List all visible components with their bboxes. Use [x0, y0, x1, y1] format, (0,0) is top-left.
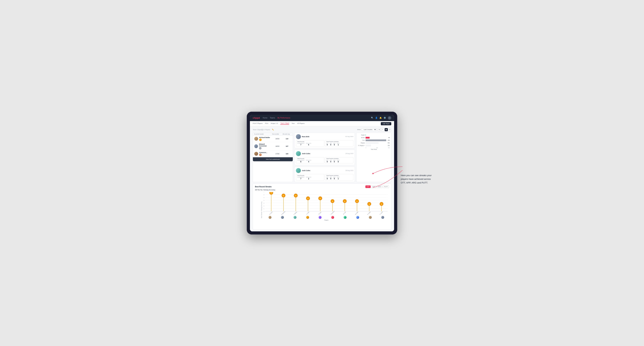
add-team-button[interactable]: Add Team: [381, 122, 391, 125]
bar-chart-row: Eagles: [358, 134, 390, 136]
bar-wrap: [366, 142, 386, 144]
y-axis-title: Best Streak, Fairway Accuracy: [261, 201, 262, 218]
leaderboard-header: PLAYER NAME PB SCORE PB AVG SQ: [253, 133, 293, 136]
practice-stat: Practice 6: [306, 143, 311, 146]
svg-text:7x: 7x: [271, 192, 272, 193]
player-avatar-4: [306, 216, 309, 219]
ott-value: 0: [327, 178, 328, 180]
bar-value: 131: [388, 145, 390, 146]
player-avatar-1: [268, 216, 272, 219]
player-info: Edward Crossman 2: [254, 143, 272, 149]
practice-activities-label: Total Practice Activities: [326, 158, 352, 159]
player-card-avatar: [296, 151, 301, 156]
tournament-value: 7: [300, 178, 301, 180]
tournament-value: 8: [300, 161, 301, 163]
bar-fill: [366, 142, 378, 144]
subnav-team-clippd[interactable]: Team Clippd: [280, 122, 289, 125]
pb-avg: 107: [282, 145, 292, 147]
filter-ott-btn[interactable]: OTT: [366, 185, 371, 188]
svg-text:6x: 6x: [283, 195, 284, 196]
nav-teams[interactable]: Teams: [270, 117, 275, 119]
svg-text:B. Ford: B. Ford: [343, 211, 346, 215]
arg-value: 0: [334, 144, 335, 146]
player-card-date: 26 Aug 2023: [346, 153, 353, 154]
player-card-name: Josh Coles: [302, 170, 310, 172]
subnav-all-players[interactable]: All Players: [297, 123, 305, 125]
svg-text:4x: 4x: [332, 201, 333, 202]
edit-icon[interactable]: ✏️: [272, 129, 274, 131]
svg-text:3x: 3x: [381, 204, 382, 205]
card-view-btn[interactable]: ▦: [385, 128, 388, 131]
pb-score: 19/20: [272, 138, 282, 140]
filter-arg-btn[interactable]: ARG: [377, 185, 382, 188]
date-filter-select[interactable]: Last 3 months: [362, 128, 376, 131]
svg-text:4x: 4x: [356, 201, 358, 202]
svg-text:E. Ebert: E. Ebert: [269, 211, 273, 215]
player-details: Richard Butler 1: [259, 137, 270, 141]
show-controls: Show Last 3 months ⊞ ≡ ▦ ⊟: [357, 128, 391, 131]
nav-home[interactable]: Home: [263, 117, 268, 119]
player-avatar: [254, 137, 258, 141]
bar-label: Birdies: [358, 137, 365, 138]
subnav-pga[interactable]: PGA: [265, 123, 268, 125]
user-avatar[interactable]: U: [388, 116, 391, 120]
player-card-header: Josh Coles 26 Aug 2023: [296, 168, 353, 173]
app-stat: APP 0: [330, 177, 332, 180]
settings-icon[interactable]: ⚙️: [384, 117, 386, 119]
leaderboard-row[interactable]: Cameron... 3 17/20 103: [253, 151, 293, 157]
filter-putt-btn[interactable]: PUTT: [383, 185, 389, 188]
streak-svg-chart: 0 1 2 3 4 5 6 7 7x E. Ebert: [264, 192, 389, 215]
filter-app-btn[interactable]: APP: [371, 185, 376, 188]
player-avatar-8: [356, 216, 359, 219]
subnav-pgat[interactable]: PGAT Players: [253, 123, 262, 125]
player-info: Cameron... 3: [254, 152, 272, 156]
app-value: 0: [330, 178, 331, 180]
bar-chart-row: Bogeys311: [358, 142, 390, 144]
putt-value: 0: [338, 161, 339, 163]
user-icon[interactable]: 👤: [375, 117, 378, 119]
putt-stat: PUTT 1: [337, 177, 340, 180]
view-leaderboard-button[interactable]: View Full Leaderboard: [253, 157, 293, 161]
player-card-name: Josh Coles: [302, 153, 310, 155]
annotation-text: Here you can see streaks your players ha…: [401, 174, 436, 184]
bell-icon[interactable]: 🔔: [380, 117, 382, 119]
svg-text:4: 4: [264, 200, 264, 201]
practice-activities-label: Total Practice Activities: [326, 141, 352, 142]
subnav-tour[interactable]: Tour: [292, 123, 295, 125]
subnav-hcaps[interactable]: Hcaps 1-5: [271, 123, 278, 125]
streaks-section: Best Round Streaks OTT APP ARG PUTT Off …: [253, 183, 391, 230]
app-stat: APP 0: [330, 160, 332, 163]
player-card-header: Josh Coles 26 Aug 2023: [296, 151, 353, 156]
arg-value: 0: [334, 161, 335, 163]
player-card-avatar: [296, 168, 301, 173]
tournament-stat: Tournament 7: [297, 177, 304, 180]
total-rounds-section: Total Rounds Tournament 8 Practice: [296, 157, 324, 164]
view-icons: ⊞ ≡ ▦ ⊟: [378, 128, 391, 131]
player-avatar: [254, 152, 258, 156]
bar-fill: [366, 137, 370, 139]
bar-value: 311: [388, 142, 390, 144]
practice-stat: Practice 4: [306, 160, 311, 163]
rounds-stats-row: Tournament 7 Practice 2: [297, 177, 323, 180]
rounds-stats-row: Tournament 7 Practice 6: [297, 143, 323, 146]
table-view-btn[interactable]: ⊟: [388, 128, 391, 131]
svg-text:1: 1: [264, 208, 264, 209]
team-header: Team Clippd | 14 Players ✏️ Show Last 3 …: [253, 128, 391, 131]
player-card: Josh Coles 26 Aug 2023 Total Rounds Tour…: [294, 150, 355, 165]
main-content: Team Clippd | 14 Players ✏️ Show Last 3 …: [250, 126, 394, 231]
practice-activities-section: Total Practice Activities OTT 0 APP: [325, 174, 353, 180]
player-info: Richard Butler 1: [254, 137, 272, 141]
search-icon[interactable]: 🔍: [371, 117, 374, 119]
leaderboard-row[interactable]: Richard Butler 1 19/20 110: [253, 136, 293, 142]
leaderboard-row[interactable]: Edward Crossman 2 18/20 107: [253, 142, 293, 151]
player-card-avatar: [296, 134, 301, 139]
player-avatar-7: [344, 216, 347, 219]
list-view-btn[interactable]: ≡: [381, 128, 384, 131]
svg-text:R. Britt: R. Britt: [318, 211, 322, 214]
grid-view-btn[interactable]: ⊞: [378, 128, 381, 131]
total-rounds-section: Total Rounds Tournament 7 Practice: [296, 174, 324, 180]
streaks-title: Best Round Streaks: [255, 186, 272, 188]
nav-my-performance[interactable]: My Performance: [278, 117, 290, 119]
svg-text:D. Billing...: D. Billing...: [293, 211, 298, 215]
chart-x-axis: 0 200 400: [366, 147, 390, 148]
